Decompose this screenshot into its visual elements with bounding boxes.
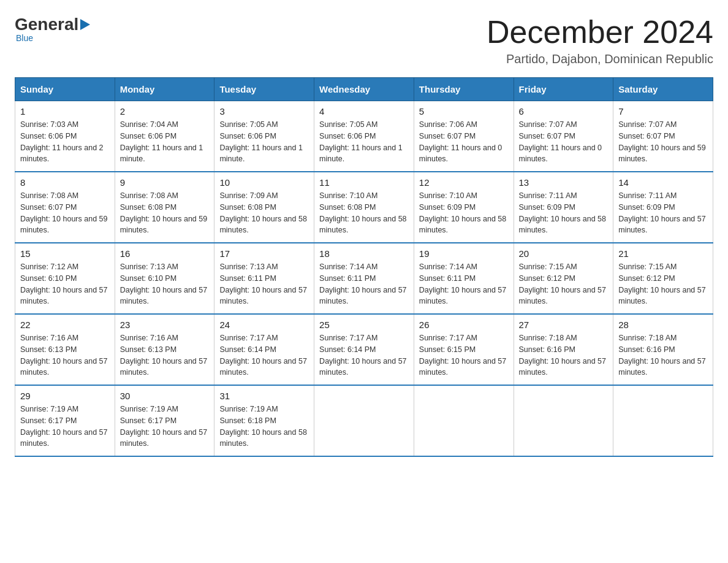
day-number: 27: [519, 320, 609, 330]
day-number: 24: [219, 320, 309, 330]
day-info: Sunrise: 7:04 AMSunset: 6:06 PMDaylight:…: [120, 119, 210, 165]
day-info: Sunrise: 7:19 AMSunset: 6:18 PMDaylight:…: [219, 404, 309, 450]
day-cell: 29Sunrise: 7:19 AMSunset: 6:17 PMDayligh…: [15, 385, 115, 456]
calendar-table: SundayMondayTuesdayWednesdayThursdayFrid…: [15, 77, 713, 457]
day-cell: 24Sunrise: 7:17 AMSunset: 6:14 PMDayligh…: [214, 314, 314, 385]
day-cell: 7Sunrise: 7:07 AMSunset: 6:07 PMDaylight…: [613, 101, 713, 172]
day-cell: [314, 385, 414, 456]
day-number: 31: [219, 391, 309, 401]
day-info: Sunrise: 7:14 AMSunset: 6:11 PMDaylight:…: [319, 261, 409, 307]
day-cell: 4Sunrise: 7:05 AMSunset: 6:06 PMDaylight…: [314, 101, 414, 172]
day-info: Sunrise: 7:16 AMSunset: 6:13 PMDaylight:…: [20, 332, 110, 378]
col-header-friday: Friday: [514, 78, 613, 101]
day-number: 12: [419, 177, 509, 188]
day-number: 30: [120, 391, 210, 401]
day-number: 29: [20, 391, 110, 401]
col-header-thursday: Thursday: [414, 78, 514, 101]
day-info: Sunrise: 7:08 AMSunset: 6:08 PMDaylight:…: [120, 190, 210, 236]
day-info: Sunrise: 7:06 AMSunset: 6:07 PMDaylight:…: [419, 119, 509, 165]
day-info: Sunrise: 7:15 AMSunset: 6:12 PMDaylight:…: [519, 261, 609, 307]
header-row: SundayMondayTuesdayWednesdayThursdayFrid…: [15, 78, 713, 101]
day-info: Sunrise: 7:15 AMSunset: 6:12 PMDaylight:…: [618, 261, 708, 307]
day-cell: 1Sunrise: 7:03 AMSunset: 6:06 PMDaylight…: [15, 101, 115, 172]
day-cell: 17Sunrise: 7:13 AMSunset: 6:11 PMDayligh…: [214, 243, 314, 314]
logo-general-text: General: [15, 15, 78, 34]
day-info: Sunrise: 7:05 AMSunset: 6:06 PMDaylight:…: [319, 119, 409, 165]
day-number: 1: [20, 106, 110, 117]
logo-arrow-icon: [80, 18, 91, 34]
day-number: 9: [120, 177, 210, 188]
day-cell: 8Sunrise: 7:08 AMSunset: 6:07 PMDaylight…: [15, 172, 115, 243]
day-number: 11: [319, 177, 409, 188]
main-title: December 2024: [487, 15, 713, 50]
day-info: Sunrise: 7:17 AMSunset: 6:14 PMDaylight:…: [219, 332, 309, 378]
col-header-monday: Monday: [115, 78, 214, 101]
week-row-2: 8Sunrise: 7:08 AMSunset: 6:07 PMDaylight…: [15, 172, 713, 243]
day-cell: 22Sunrise: 7:16 AMSunset: 6:13 PMDayligh…: [15, 314, 115, 385]
day-number: 25: [319, 320, 409, 330]
day-cell: 2Sunrise: 7:04 AMSunset: 6:06 PMDaylight…: [115, 101, 214, 172]
day-cell: 19Sunrise: 7:14 AMSunset: 6:11 PMDayligh…: [414, 243, 514, 314]
day-cell: 15Sunrise: 7:12 AMSunset: 6:10 PMDayligh…: [15, 243, 115, 314]
day-cell: 10Sunrise: 7:09 AMSunset: 6:08 PMDayligh…: [214, 172, 314, 243]
day-info: Sunrise: 7:19 AMSunset: 6:17 PMDaylight:…: [20, 404, 110, 450]
day-info: Sunrise: 7:07 AMSunset: 6:07 PMDaylight:…: [618, 119, 708, 165]
day-number: 20: [519, 248, 609, 259]
day-info: Sunrise: 7:05 AMSunset: 6:06 PMDaylight:…: [219, 119, 309, 165]
day-info: Sunrise: 7:10 AMSunset: 6:08 PMDaylight:…: [319, 190, 409, 236]
col-header-sunday: Sunday: [15, 78, 115, 101]
day-number: 19: [419, 248, 509, 259]
day-cell: 12Sunrise: 7:10 AMSunset: 6:09 PMDayligh…: [414, 172, 514, 243]
day-cell: 16Sunrise: 7:13 AMSunset: 6:10 PMDayligh…: [115, 243, 214, 314]
col-header-saturday: Saturday: [613, 78, 713, 101]
day-cell: 5Sunrise: 7:06 AMSunset: 6:07 PMDaylight…: [414, 101, 514, 172]
title-area: December 2024 Partido, Dajabon, Dominica…: [487, 15, 713, 66]
logo: General Blue: [15, 15, 91, 43]
day-info: Sunrise: 7:14 AMSunset: 6:11 PMDaylight:…: [419, 261, 509, 307]
header: General Blue December 2024 Partido, Daja…: [15, 15, 713, 66]
day-cell: 30Sunrise: 7:19 AMSunset: 6:17 PMDayligh…: [115, 385, 214, 456]
day-number: 21: [618, 248, 708, 259]
day-info: Sunrise: 7:13 AMSunset: 6:11 PMDaylight:…: [219, 261, 309, 307]
day-number: 6: [519, 106, 609, 117]
day-cell: 28Sunrise: 7:18 AMSunset: 6:16 PMDayligh…: [613, 314, 713, 385]
subtitle: Partido, Dajabon, Dominican Republic: [487, 52, 713, 66]
col-header-tuesday: Tuesday: [214, 78, 314, 101]
day-cell: 11Sunrise: 7:10 AMSunset: 6:08 PMDayligh…: [314, 172, 414, 243]
day-cell: 25Sunrise: 7:17 AMSunset: 6:14 PMDayligh…: [314, 314, 414, 385]
day-number: 2: [120, 106, 210, 117]
day-cell: 14Sunrise: 7:11 AMSunset: 6:09 PMDayligh…: [613, 172, 713, 243]
week-row-4: 22Sunrise: 7:16 AMSunset: 6:13 PMDayligh…: [15, 314, 713, 385]
day-number: 26: [419, 320, 509, 330]
day-number: 28: [618, 320, 708, 330]
day-cell: 6Sunrise: 7:07 AMSunset: 6:07 PMDaylight…: [514, 101, 613, 172]
day-number: 10: [219, 177, 309, 188]
day-number: 3: [219, 106, 309, 117]
day-info: Sunrise: 7:13 AMSunset: 6:10 PMDaylight:…: [120, 261, 210, 307]
day-cell: 21Sunrise: 7:15 AMSunset: 6:12 PMDayligh…: [613, 243, 713, 314]
day-number: 4: [319, 106, 409, 117]
day-info: Sunrise: 7:12 AMSunset: 6:10 PMDaylight:…: [20, 261, 110, 307]
week-row-3: 15Sunrise: 7:12 AMSunset: 6:10 PMDayligh…: [15, 243, 713, 314]
day-number: 14: [618, 177, 708, 188]
day-number: 7: [618, 106, 708, 117]
day-info: Sunrise: 7:17 AMSunset: 6:14 PMDaylight:…: [319, 332, 409, 378]
day-cell: 13Sunrise: 7:11 AMSunset: 6:09 PMDayligh…: [514, 172, 613, 243]
day-info: Sunrise: 7:09 AMSunset: 6:08 PMDaylight:…: [219, 190, 309, 236]
day-cell: 27Sunrise: 7:18 AMSunset: 6:16 PMDayligh…: [514, 314, 613, 385]
col-header-wednesday: Wednesday: [314, 78, 414, 101]
day-info: Sunrise: 7:07 AMSunset: 6:07 PMDaylight:…: [519, 119, 609, 165]
day-cell: 9Sunrise: 7:08 AMSunset: 6:08 PMDaylight…: [115, 172, 214, 243]
day-cell: 20Sunrise: 7:15 AMSunset: 6:12 PMDayligh…: [514, 243, 613, 314]
day-number: 18: [319, 248, 409, 259]
day-info: Sunrise: 7:03 AMSunset: 6:06 PMDaylight:…: [20, 119, 110, 165]
day-info: Sunrise: 7:10 AMSunset: 6:09 PMDaylight:…: [419, 190, 509, 236]
day-cell: [613, 385, 713, 456]
day-number: 16: [120, 248, 210, 259]
logo-blue-text: Blue: [16, 33, 91, 43]
day-info: Sunrise: 7:18 AMSunset: 6:16 PMDaylight:…: [519, 332, 609, 378]
day-number: 22: [20, 320, 110, 330]
day-info: Sunrise: 7:11 AMSunset: 6:09 PMDaylight:…: [519, 190, 609, 236]
day-info: Sunrise: 7:08 AMSunset: 6:07 PMDaylight:…: [20, 190, 110, 236]
day-info: Sunrise: 7:16 AMSunset: 6:13 PMDaylight:…: [120, 332, 210, 378]
